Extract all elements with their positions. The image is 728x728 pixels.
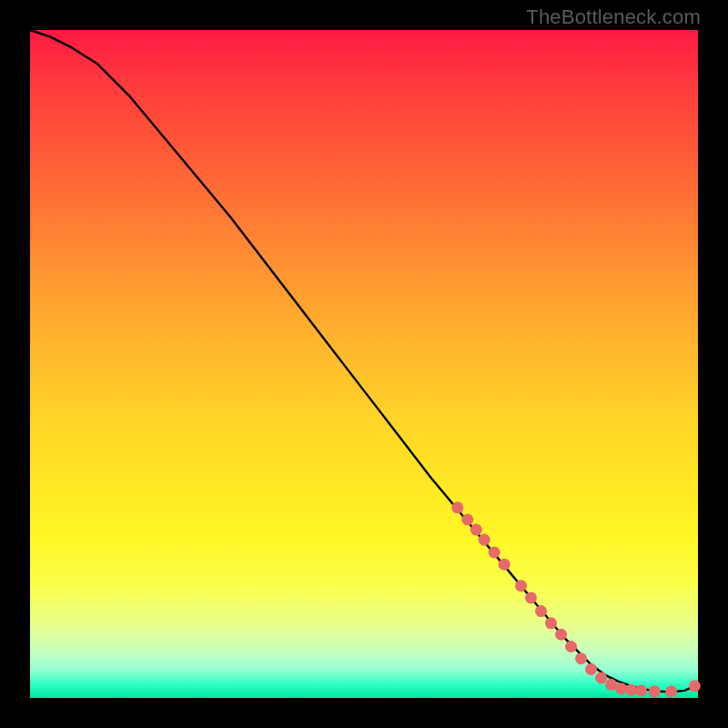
data-point [489, 546, 500, 558]
data-point [461, 514, 473, 526]
data-point [479, 534, 490, 546]
data-point [470, 524, 482, 536]
data-point [585, 663, 597, 675]
curve-line [30, 30, 698, 692]
data-point [451, 501, 463, 513]
data-point [499, 559, 511, 571]
data-markers [451, 501, 701, 697]
data-point [689, 680, 701, 692]
data-point [665, 685, 677, 697]
data-point [525, 592, 537, 603]
watermark-text: TheBottleneck.com [526, 5, 701, 29]
data-point [595, 672, 607, 683]
data-point [625, 684, 637, 696]
data-point [575, 652, 587, 664]
data-point [649, 685, 661, 697]
data-point [615, 682, 627, 694]
data-point [545, 617, 557, 629]
data-point [535, 605, 547, 617]
data-point [515, 580, 527, 592]
data-point [565, 641, 577, 652]
chart-frame: TheBottleneck.com [0, 0, 728, 728]
data-point [635, 684, 647, 696]
data-point [555, 629, 567, 641]
chart-overlay [30, 30, 698, 698]
